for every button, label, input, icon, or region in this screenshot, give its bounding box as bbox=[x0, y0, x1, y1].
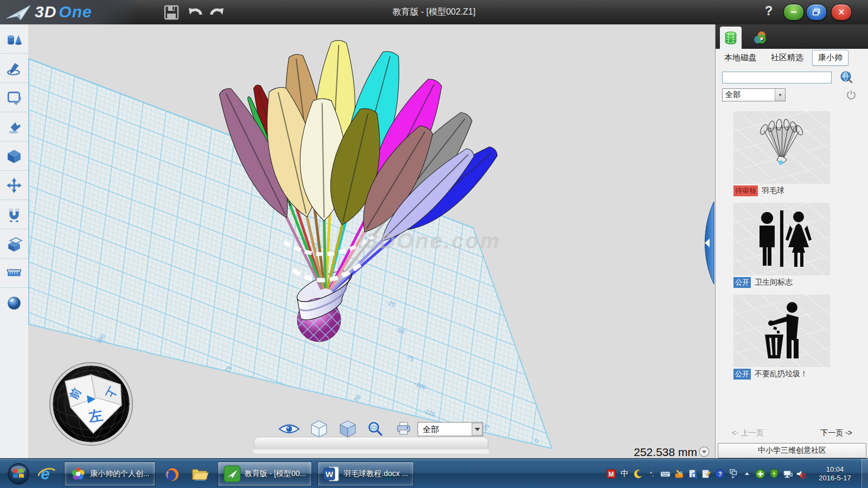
panel-collapse-handle[interactable] bbox=[705, 202, 714, 284]
panel-tabs: 本地磁盘 社区精选 康小帅 bbox=[716, 49, 868, 66]
print-icon[interactable] bbox=[398, 422, 410, 434]
save-icon[interactable] bbox=[163, 4, 180, 21]
tool-measure[interactable] bbox=[0, 259, 28, 288]
app-logo: 3D One bbox=[4, 2, 92, 22]
title-bar: 3D One 教育版 - [模型002.Z1] ? − bbox=[0, 0, 868, 25]
category-filter-value: 全部 bbox=[723, 89, 775, 101]
prev-page-button[interactable]: <- 上一页 bbox=[732, 428, 764, 438]
close-button[interactable]: ✕ bbox=[831, 4, 852, 21]
community-swirl-icon bbox=[752, 30, 768, 46]
curve-rect-icon bbox=[6, 89, 22, 106]
filter-row: 全部 ▾ bbox=[722, 88, 862, 101]
tray-edit-doc-icon[interactable] bbox=[701, 468, 711, 479]
tool-assembly[interactable] bbox=[0, 229, 28, 259]
tool-eraser[interactable] bbox=[0, 112, 28, 142]
tray-security-shield-icon[interactable] bbox=[769, 468, 779, 479]
taskbar-clock[interactable]: 10:04 2016-5-17 bbox=[812, 465, 858, 483]
scene-canvas: 100 75 50 25 0 -25 -50 -75 -100 -125 bbox=[28, 24, 715, 458]
folder-icon bbox=[190, 464, 210, 484]
next-page-button[interactable]: 下一页 -> bbox=[820, 428, 852, 438]
tool-material-render[interactable] bbox=[0, 288, 28, 317]
view-toolbar: 全部 bbox=[253, 421, 489, 454]
close-glyph: ✕ bbox=[838, 7, 845, 17]
restore-icon bbox=[813, 9, 820, 16]
nav-cube-left-label: 左 bbox=[87, 407, 104, 425]
left-toolbar bbox=[0, 24, 29, 458]
tray-help-icon[interactable]: ? bbox=[714, 468, 725, 479]
model-title: 羽毛球 bbox=[762, 186, 784, 196]
show-hide-eye-icon[interactable] bbox=[279, 425, 299, 433]
wireframe-display-icon[interactable] bbox=[311, 421, 327, 437]
search-input[interactable] bbox=[722, 72, 832, 84]
start-button[interactable] bbox=[7, 462, 30, 486]
tray-ime-language-icon[interactable]: 中 bbox=[620, 468, 630, 479]
zoom-search-icon[interactable] bbox=[369, 423, 382, 435]
show-desktop-button[interactable] bbox=[861, 459, 868, 488]
internet-explorer-icon: e bbox=[37, 464, 56, 484]
3done-app-icon bbox=[224, 465, 241, 483]
taskbar-button-label: 康小帅的个人创... bbox=[90, 469, 150, 479]
model-label-row: 待审核 羽毛球 bbox=[733, 185, 842, 196]
database-icon bbox=[723, 30, 738, 46]
model-thumbnail-litter[interactable] bbox=[733, 294, 830, 367]
no-litter-sign-image bbox=[733, 294, 830, 367]
tray-sogou-toolbox-icon[interactable] bbox=[674, 468, 684, 479]
tray-show-hidden-icons-button[interactable] bbox=[742, 468, 752, 479]
minimize-button[interactable]: − bbox=[783, 4, 804, 21]
tool-primitive-solids[interactable] bbox=[0, 24, 28, 54]
undo-icon[interactable] bbox=[187, 4, 204, 21]
tray-antivirus-plus-icon[interactable] bbox=[755, 468, 765, 479]
taskbar-button-label: 教育版 - [模型00... bbox=[245, 469, 307, 479]
display-filter-value: 全部 bbox=[423, 425, 439, 434]
tray-ime-punctuation-icon[interactable]: °, bbox=[647, 468, 657, 479]
tool-sketch-draw[interactable] bbox=[0, 54, 28, 83]
taskbar-button-word[interactable]: W 羽毛球教程.docx ... bbox=[317, 461, 414, 486]
paper-plane-logo-icon bbox=[4, 2, 33, 22]
tray-volume-muted-icon[interactable] bbox=[796, 468, 806, 479]
tray-sogou-icon[interactable]: M bbox=[606, 468, 616, 479]
taskbar-icon-firefox[interactable] bbox=[160, 462, 184, 486]
model-thumbnail-restroom[interactable] bbox=[733, 203, 830, 275]
model-thumbnail-badminton[interactable] bbox=[733, 111, 830, 184]
system-tray: M 中 °, bbox=[606, 468, 806, 479]
search-globe-button[interactable] bbox=[839, 70, 853, 85]
model-label-row: 公开 卫生间标志 bbox=[733, 277, 842, 288]
sogou-m-glyph: M bbox=[608, 470, 614, 478]
model-label-row: 公开 不要乱扔垃圾！ bbox=[733, 369, 842, 380]
refresh-power-icon[interactable] bbox=[846, 89, 857, 100]
redo-icon[interactable] bbox=[208, 4, 226, 21]
category-filter-combobox[interactable]: 全部 ▾ bbox=[722, 88, 786, 101]
logo-text-one: One bbox=[59, 3, 92, 21]
taskbar-icon-ie[interactable]: e bbox=[35, 462, 59, 486]
ruler-icon bbox=[6, 265, 22, 281]
tool-special-shape[interactable] bbox=[0, 142, 28, 171]
tray-search-doc-icon[interactable] bbox=[687, 468, 698, 479]
restroom-sign-image bbox=[733, 203, 830, 275]
tray-ime-moon-icon[interactable] bbox=[633, 468, 643, 479]
community-library-tab[interactable] bbox=[749, 27, 771, 49]
shaded-display-icon[interactable] bbox=[340, 421, 355, 437]
cube-icon bbox=[6, 148, 22, 164]
tray-ime-keyboard-icon[interactable] bbox=[660, 468, 671, 479]
tab-community-featured[interactable]: 社区精选 bbox=[765, 50, 809, 65]
tab-user[interactable]: 康小帅 bbox=[812, 50, 848, 66]
local-library-tab[interactable] bbox=[720, 27, 742, 49]
help-button[interactable]: ? bbox=[761, 3, 777, 18]
navigation-ball[interactable]: 前 上 左 bbox=[50, 363, 132, 445]
restore-button[interactable] bbox=[806, 4, 827, 21]
pinwheel-browser-icon bbox=[70, 466, 86, 482]
viewport-3d[interactable]: 100 75 50 25 0 -25 -50 -75 -100 -125 bbox=[28, 24, 715, 458]
tool-sketch-curve[interactable] bbox=[0, 83, 28, 112]
tab-local-disk[interactable]: 本地磁盘 bbox=[719, 50, 762, 65]
tray-restore-windows-icon[interactable] bbox=[728, 468, 738, 479]
tool-magnet-constraint[interactable] bbox=[0, 200, 28, 229]
taskbar-button-3done[interactable]: 教育版 - [模型00... bbox=[218, 461, 312, 486]
measurement-readout: 252.538 mm bbox=[634, 446, 709, 458]
taskbar-icon-explorer[interactable] bbox=[188, 462, 212, 486]
tool-move-transform[interactable] bbox=[0, 171, 28, 200]
community-site-button[interactable]: 中小学三维创意社区 bbox=[718, 443, 866, 458]
display-filter-combobox[interactable]: 全部 bbox=[418, 422, 483, 436]
tray-network-icon[interactable] bbox=[782, 468, 793, 479]
category-filter-dropdown-button[interactable]: ▾ bbox=[775, 89, 785, 101]
taskbar-button-browser[interactable]: 康小帅的个人创... bbox=[64, 461, 156, 486]
